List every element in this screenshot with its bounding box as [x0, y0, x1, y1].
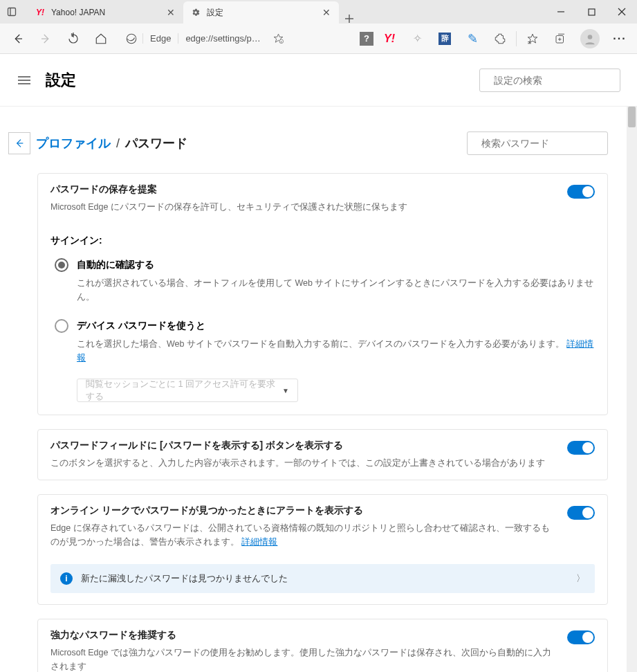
chevron-right-icon: 〉 — [576, 572, 585, 585]
leak-toggle[interactable] — [567, 506, 595, 520]
strong-toggle[interactable] — [567, 630, 595, 644]
tab-yahoo[interactable]: Y! Yahoo! JAPAN ✕ — [28, 1, 183, 24]
new-tab-button[interactable] — [339, 14, 360, 24]
signin-heading: サインイン: — [38, 224, 607, 253]
card-strong: 強力なパスワードを推奨する Microsoft Edge では強力なパスワードの… — [37, 619, 608, 672]
address-url: edge://settings/pas... — [178, 33, 268, 44]
vertical-scrollbar[interactable] — [627, 107, 637, 672]
chevron-down-icon: ▼ — [282, 387, 289, 394]
svg-rect-5 — [589, 9, 595, 15]
settings-search[interactable] — [479, 69, 620, 92]
home-button[interactable] — [89, 26, 113, 51]
reveal-title: パスワードフィールドに [パスワードを表示する] ボタンを表示する — [50, 439, 557, 452]
reveal-toggle[interactable] — [567, 441, 595, 455]
window-controls — [546, 0, 637, 24]
address-protocol-label: Edge — [142, 33, 178, 44]
profile-avatar[interactable] — [580, 29, 600, 48]
breadcrumb-back-button[interactable] — [8, 132, 30, 154]
radio-auto[interactable] — [55, 258, 68, 272]
tab-label: Yahoo! JAPAN — [51, 8, 160, 17]
card-reveal: パスワードフィールドに [パスワードを表示する] ボタンを表示する このボタンを… — [37, 429, 608, 480]
tab-label: 設定 — [207, 7, 315, 19]
settings-title: 設定 — [46, 70, 76, 91]
minimize-button[interactable] — [546, 0, 576, 24]
forward-button[interactable] — [33, 26, 58, 51]
favorites-button[interactable] — [521, 28, 544, 50]
password-search-input[interactable] — [481, 138, 602, 149]
browser-toolbar: Edge edge://settings/pas... + ? Y! ✧ 辞 ✎… — [0, 24, 637, 54]
session-permission-dropdown: 閲覧セッションごとに 1 回アクセス許可を要求する ▼ — [77, 379, 298, 402]
favorite-star-icon[interactable]: + — [268, 33, 288, 44]
refresh-button[interactable] — [61, 26, 86, 51]
breadcrumb-current: パスワード — [125, 135, 187, 152]
strong-desc: Microsoft Edge では強力なパスワードの使用をお勧めします。使用した… — [50, 646, 557, 672]
settings-content: プロファイル / パスワード パスワードの保存を提案 Microsoft Edg… — [0, 107, 637, 672]
extensions-area: ? Y! ✧ 辞 ✎ ··· — [360, 28, 631, 50]
strong-title: 強力なパスワードを推奨する — [50, 629, 557, 642]
gear-icon — [190, 7, 201, 18]
offer-save-toggle[interactable] — [567, 185, 595, 199]
settings-header: 設定 — [0, 54, 637, 107]
card-offer-save: パスワードの保存を提案 Microsoft Edge にパスワードの保存を許可し… — [37, 173, 608, 415]
scrollbar-thumb[interactable] — [628, 107, 636, 127]
breadcrumb-parent-link[interactable]: プロファイル — [36, 135, 111, 152]
ext-icon-5[interactable]: ✎ — [461, 28, 484, 50]
leak-title: オンライン リークでパスワードが見つかったときにアラートを表示する — [50, 505, 557, 517]
ext-icon-3[interactable]: ✧ — [405, 28, 429, 50]
leak-link[interactable]: 詳細情報 — [241, 537, 277, 547]
tab-close-icon[interactable]: ✕ — [321, 7, 332, 18]
tab-settings[interactable]: 設定 ✕ — [183, 1, 339, 24]
svg-point-19 — [588, 35, 593, 39]
svg-point-10 — [127, 34, 136, 44]
offer-save-desc: Microsoft Edge にパスワードの保存を許可し、セキュリティで保護され… — [50, 200, 557, 214]
settings-menu-button[interactable] — [12, 69, 36, 92]
offer-save-title: パスワードの保存を提案 — [50, 183, 557, 196]
favicon-yahoo: Y! — [35, 7, 46, 18]
radio-device-desc: これを選択した場合、Web サイトでパスワードを自動入力する前に、デバイスのパス… — [77, 337, 595, 365]
tab-close-icon[interactable]: ✕ — [165, 7, 176, 18]
edge-logo-icon — [120, 33, 142, 45]
card-leak: オンライン リークでパスワードが見つかったときにアラートを表示する Edge に… — [37, 494, 608, 605]
radio-device-label: デバイス パスワードを使うと — [77, 320, 205, 332]
radio-device[interactable] — [55, 319, 68, 333]
leak-banner-text: 新たに漏洩したパスワードは見つかりませんでした — [81, 572, 288, 585]
leak-info-banner[interactable]: i 新たに漏洩したパスワードは見つかりませんでした 〉 — [50, 564, 595, 593]
svg-text:+: + — [280, 40, 282, 44]
close-window-button[interactable] — [607, 0, 637, 24]
leak-desc: Edge に保存されているパスワードは、公開されている資格情報の既知のリポジトリ… — [50, 521, 557, 549]
password-search[interactable] — [467, 131, 608, 155]
svg-rect-0 — [8, 8, 16, 16]
tab-actions-button[interactable] — [0, 0, 24, 24]
radio-auto-desc: これが選択されている場合、オートフィルを使用して Web サイトにサインインする… — [77, 276, 595, 304]
ext-icon-yahoo[interactable]: Y! — [378, 28, 401, 50]
extensions-button[interactable] — [488, 28, 512, 50]
reveal-desc: このボタンを選択すると、入力した内容が表示されます。一部のサイトでは、この設定が… — [50, 456, 557, 470]
address-bar[interactable]: Edge edge://settings/pas... + — [120, 28, 288, 50]
breadcrumb: プロファイル / パスワード — [8, 131, 608, 155]
breadcrumb-separator: / — [116, 136, 120, 151]
collections-button[interactable] — [548, 28, 572, 50]
tab-strip: Y! Yahoo! JAPAN ✕ 設定 ✕ — [24, 0, 546, 24]
more-menu-button[interactable]: ··· — [608, 28, 631, 50]
ext-icon-4[interactable]: 辞 — [433, 28, 456, 50]
window-titlebar: Y! Yahoo! JAPAN ✕ 設定 ✕ — [0, 0, 637, 24]
settings-search-input[interactable] — [494, 75, 615, 86]
info-icon: i — [60, 572, 73, 585]
ext-icon-1[interactable]: ? — [360, 32, 373, 46]
radio-auto-label: 自動的に確認する — [77, 259, 154, 271]
maximize-button[interactable] — [576, 0, 607, 24]
dropdown-label: 閲覧セッションごとに 1 回アクセス許可を要求する — [86, 378, 282, 403]
back-button[interactable] — [6, 26, 30, 51]
